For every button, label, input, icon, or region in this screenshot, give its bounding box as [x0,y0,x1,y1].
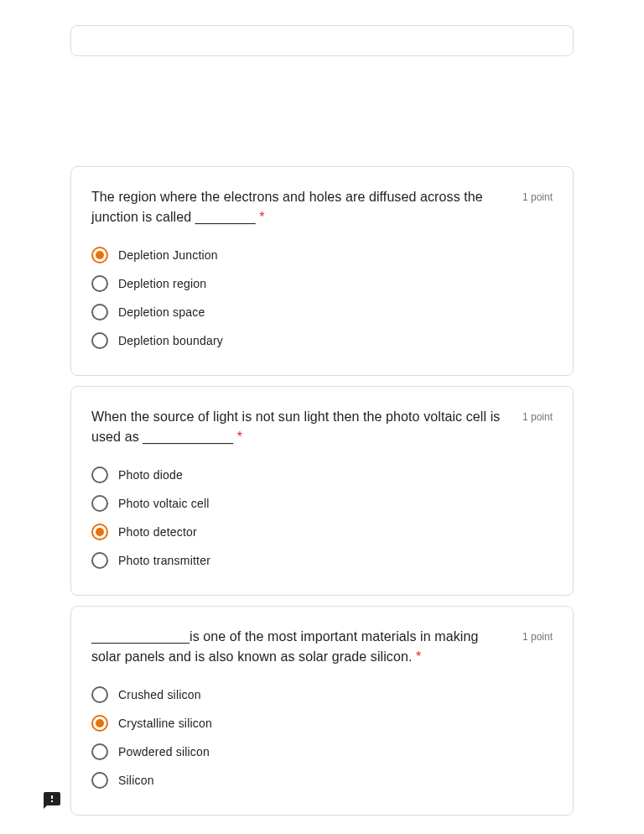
form-area: The region where the electrons and holes… [70,25,574,816]
options-group: Crushed silicon Crystalline silicon Powd… [91,680,553,795]
radio-icon [91,743,108,760]
radio-icon [91,524,108,540]
option-row[interactable]: Photo detector [91,518,553,546]
radio-icon [91,772,108,789]
option-row[interactable]: Photo voltaic cell [91,489,553,518]
options-group: Photo diode Photo voltaic cell Photo det… [91,461,553,575]
option-row[interactable]: Photo diode [91,461,553,489]
required-asterisk: * [416,649,421,664]
option-row[interactable]: Crystalline silicon [91,709,553,738]
option-label: Photo diode [118,467,183,483]
question-text: When the source of light is not sun ligh… [91,409,500,444]
required-asterisk: * [237,430,242,444]
option-row[interactable]: Crushed silicon [91,680,553,709]
radio-icon [91,332,108,349]
required-asterisk: * [259,210,264,224]
option-label: Depletion space [118,304,205,321]
option-label: Depletion boundary [118,332,223,349]
question-points: 1 point [522,407,553,424]
option-row[interactable]: Silicon [91,766,553,795]
option-row[interactable]: Depletion space [91,298,553,326]
radio-icon [91,467,108,483]
option-label: Crystalline silicon [118,715,212,732]
option-label: Photo transmitter [118,552,210,569]
option-label: Depletion Junction [118,247,218,263]
option-label: Crushed silicon [118,686,201,703]
radio-icon [91,686,108,703]
question-points: 1 point [522,627,553,644]
question-card: When the source of light is not sun ligh… [70,386,574,596]
option-label: Silicon [118,772,154,789]
question-card: _____________is one of the most importan… [70,606,574,816]
option-row[interactable]: Depletion Junction [91,241,553,269]
option-row[interactable]: Depletion region [91,269,553,298]
radio-icon [91,552,108,569]
option-label: Depletion region [118,275,206,292]
option-row[interactable]: Photo transmitter [91,546,553,575]
option-row[interactable]: Powdered silicon [91,738,553,766]
radio-icon [91,304,108,321]
option-label: Powdered silicon [118,743,210,760]
radio-icon [91,495,108,512]
option-label: Photo voltaic cell [118,495,210,512]
question-points: 1 point [522,187,553,204]
option-row[interactable]: Depletion boundary [91,326,553,355]
radio-icon [91,715,108,732]
option-label: Photo detector [118,524,197,540]
report-problem-button[interactable] [42,790,62,811]
question-text: The region where the electrons and holes… [91,190,483,224]
options-group: Depletion Junction Depletion region Depl… [91,241,553,355]
previous-card-stub [70,25,574,56]
question-prompt: _____________is one of the most importan… [91,627,509,667]
radio-icon [91,247,108,263]
question-prompt: The region where the electrons and holes… [91,187,509,227]
question-card: The region where the electrons and holes… [70,166,574,376]
question-prompt: When the source of light is not sun ligh… [91,407,509,447]
report-problem-icon [42,790,62,811]
radio-icon [91,275,108,292]
